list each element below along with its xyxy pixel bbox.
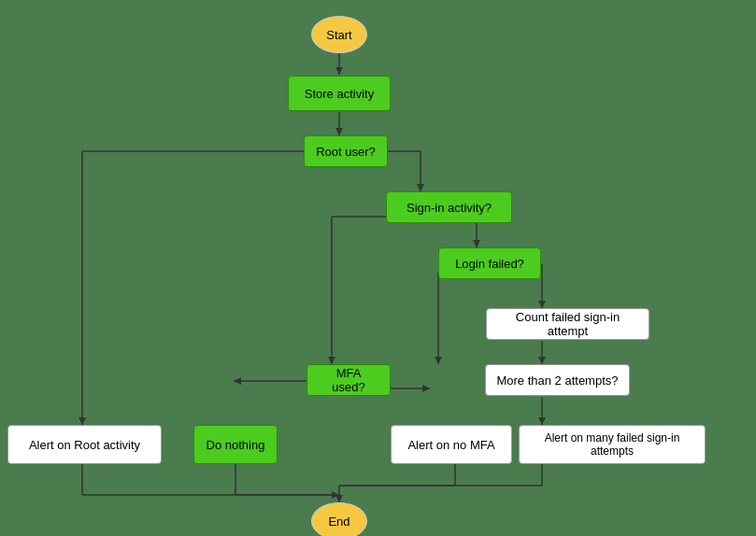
- start-node: Start: [311, 16, 367, 53]
- alert-no-mfa-node: Alert on no MFA: [391, 425, 512, 464]
- login-failed-node: Login failed?: [438, 247, 541, 279]
- svg-marker-22: [538, 357, 546, 364]
- end-node: End: [311, 502, 367, 536]
- svg-marker-33: [332, 491, 339, 499]
- svg-marker-3: [335, 128, 343, 135]
- count-failed-node: Count failed sign-in attempt: [486, 308, 649, 340]
- svg-marker-24: [234, 377, 241, 385]
- svg-marker-20: [435, 357, 442, 364]
- svg-marker-42: [335, 495, 343, 502]
- svg-marker-9: [78, 417, 86, 425]
- alert-root-node: Alert on Root activity: [7, 425, 162, 464]
- svg-marker-18: [538, 301, 546, 308]
- flowchart: Start Store activity Root user? Sign-in …: [0, 0, 756, 536]
- do-nothing-node: Do nothing: [193, 425, 278, 464]
- svg-marker-6: [417, 184, 424, 191]
- more-than-2-node: More than 2 attempts?: [485, 364, 630, 396]
- svg-marker-12: [473, 240, 480, 247]
- alert-many-failed-node: Alert on many failed sign-in attempts: [519, 425, 706, 464]
- mfa-used-node: MFA used?: [307, 364, 391, 396]
- store-activity-node: Store activity: [288, 76, 391, 111]
- svg-marker-28: [538, 417, 546, 425]
- svg-marker-1: [335, 67, 343, 75]
- svg-marker-15: [328, 357, 335, 364]
- root-user-node: Root user?: [304, 135, 388, 167]
- svg-marker-26: [422, 385, 430, 392]
- signin-activity-node: Sign-in activity?: [386, 191, 512, 223]
